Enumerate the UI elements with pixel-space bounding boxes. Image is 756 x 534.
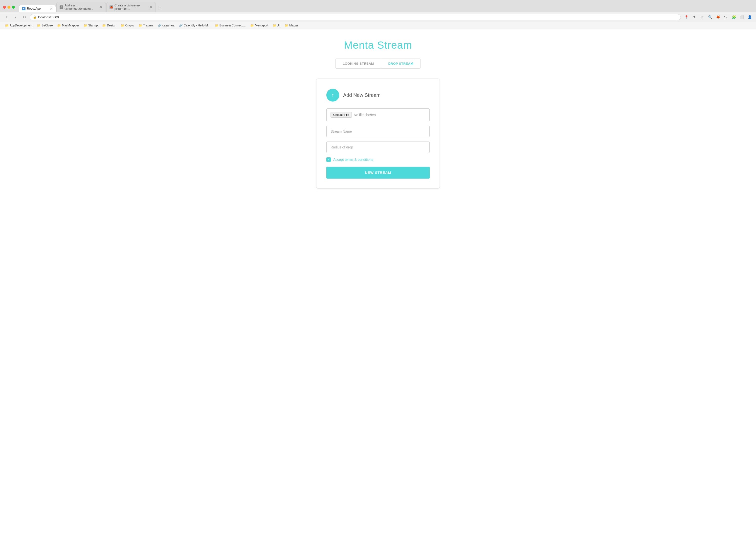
checkbox-label[interactable]: Accept terms & conditions bbox=[333, 158, 373, 162]
upload-icon: ↑ bbox=[332, 92, 334, 98]
tab-favicon-react: R bbox=[22, 7, 25, 11]
bookmark-businessconnecti[interactable]: 📁 BusinessConnecti... bbox=[213, 23, 248, 28]
browser-tab-picture[interactable]: 🍎 Create a picture-in-picture eff... ✕ bbox=[106, 2, 156, 12]
form-header: ↑ Add New Stream bbox=[326, 89, 430, 102]
browser-toolbar: ‹ › ↻ 🔒 localhost:3000 📍 ⬆ ☆ 🔍 🦊 🛡 🧩 ⬜ 👤 bbox=[0, 12, 756, 22]
lock-icon: 🔒 bbox=[33, 15, 37, 19]
bookmark-label-beclose: BeClose bbox=[41, 24, 53, 27]
tab-favicon-address: A bbox=[60, 6, 63, 9]
bookmark-label-calendly: Calendly - Hello M... bbox=[184, 24, 210, 27]
form-title: Add New Stream bbox=[343, 92, 381, 98]
bookmark-mentaport[interactable]: 📁 Mentaport bbox=[248, 23, 270, 28]
tab-label-react: React App bbox=[27, 7, 40, 11]
bookmark-trauma[interactable]: 📁 Trauma bbox=[136, 23, 155, 28]
tab-switcher: LOOKING STREAM DROP STREAM bbox=[0, 59, 756, 69]
tab-drop-stream[interactable]: DROP STREAM bbox=[381, 59, 420, 68]
checkbox-check-icon: ✓ bbox=[327, 158, 330, 161]
link-icon-calendly: 🔗 bbox=[179, 24, 183, 27]
close-traffic-light[interactable] bbox=[3, 6, 6, 9]
forward-button[interactable]: › bbox=[12, 13, 19, 20]
address-bar[interactable]: 🔒 localhost:3000 bbox=[30, 14, 681, 20]
bookmark-icon[interactable]: ☆ bbox=[699, 13, 706, 20]
bookmark-beclose[interactable]: 📁 BeClose bbox=[35, 23, 55, 28]
page-title: Menta Stream bbox=[0, 29, 756, 59]
bookmark-appdevelopment[interactable]: 📁 AppDevelopment bbox=[3, 23, 34, 28]
bookmark-label-maskmapper: MaskMapper bbox=[62, 24, 79, 27]
folder-icon-design: 📁 bbox=[102, 24, 106, 27]
tab-label-address: Address 0xaf9866339bfd75c... bbox=[65, 4, 98, 11]
new-tab-button[interactable]: + bbox=[156, 4, 164, 12]
folder-icon-beclose: 📁 bbox=[37, 24, 40, 27]
folder-icon-ai: 📁 bbox=[273, 24, 276, 27]
bookmark-label-design: Design bbox=[107, 24, 116, 27]
extension-icon4[interactable]: 🧩 bbox=[730, 13, 737, 20]
folder-icon-maskmapper: 📁 bbox=[57, 24, 61, 27]
upload-icon-circle: ↑ bbox=[326, 89, 339, 102]
sidebar-icon[interactable]: ⬜ bbox=[738, 13, 745, 20]
bookmark-label-ai: AI bbox=[277, 24, 280, 27]
tab-favicon-picture: 🍎 bbox=[110, 6, 113, 9]
folder-icon-appdevelopment: 📁 bbox=[5, 24, 9, 27]
tab-close-picture[interactable]: ✕ bbox=[149, 5, 152, 9]
browser-tab-address[interactable]: A Address 0xaf9866339bfd75c... ✕ bbox=[56, 2, 106, 12]
folder-icon-mapas: 📁 bbox=[284, 24, 288, 27]
bookmark-label-casahoa: casa hoa bbox=[162, 24, 175, 27]
bookmark-startup[interactable]: 📁 Startup bbox=[82, 23, 100, 28]
extension-icon2[interactable]: 🦊 bbox=[715, 13, 721, 20]
stream-name-group bbox=[326, 126, 430, 137]
form-card: ↑ Add New Stream Choose File No file cho… bbox=[316, 79, 440, 189]
folder-icon-startup: 📁 bbox=[84, 24, 87, 27]
bookmark-label-trauma: Trauma bbox=[143, 24, 153, 27]
reload-button[interactable]: ↻ bbox=[21, 13, 28, 20]
tab-label-picture: Create a picture-in-picture eff... bbox=[115, 4, 148, 11]
extension-icon1[interactable]: 🔍 bbox=[707, 13, 714, 20]
extension-icon3[interactable]: 🛡 bbox=[722, 13, 729, 20]
tab-close-react[interactable]: ✕ bbox=[50, 7, 53, 11]
link-icon-casahoa: 🔗 bbox=[158, 24, 161, 27]
no-file-text: No file chosen bbox=[354, 113, 376, 117]
terms-checkbox[interactable]: ✓ bbox=[326, 157, 331, 162]
bookmark-label-businessconnecti: BusinessConnecti... bbox=[220, 24, 246, 27]
radius-input[interactable] bbox=[326, 141, 430, 153]
maximize-traffic-light[interactable] bbox=[12, 6, 15, 9]
bookmark-label-appdevelopment: AppDevelopment bbox=[10, 24, 32, 27]
share-icon[interactable]: ⬆ bbox=[691, 13, 698, 20]
folder-icon-businessconnecti: 📁 bbox=[215, 24, 219, 27]
bookmark-calendly[interactable]: 🔗 Calendly - Hello M... bbox=[177, 23, 212, 28]
bookmark-casahoa[interactable]: 🔗 casa hoa bbox=[156, 23, 176, 28]
radius-group bbox=[326, 141, 430, 153]
tab-looking-stream[interactable]: LOOKING STREAM bbox=[336, 59, 381, 68]
folder-icon-crypto: 📁 bbox=[121, 24, 124, 27]
stream-name-input[interactable] bbox=[326, 126, 430, 137]
address-text: localhost:3000 bbox=[38, 15, 59, 19]
bookmark-label-mapas: Mapas bbox=[289, 24, 298, 27]
browser-chrome: R React App ✕ A Address 0xaf9866339bfd75… bbox=[0, 0, 756, 29]
browser-title-bar: R React App ✕ A Address 0xaf9866339bfd75… bbox=[0, 0, 756, 12]
folder-icon-trauma: 📁 bbox=[138, 24, 142, 27]
bookmark-design[interactable]: 📁 Design bbox=[100, 23, 118, 28]
bookmarks-bar: 📁 AppDevelopment 📁 BeClose 📁 MaskMapper … bbox=[0, 22, 756, 29]
tab-switcher-container: LOOKING STREAM DROP STREAM bbox=[336, 59, 420, 69]
tab-close-address[interactable]: ✕ bbox=[100, 5, 103, 9]
minimize-traffic-light[interactable] bbox=[8, 6, 11, 9]
folder-icon-mentaport: 📁 bbox=[250, 24, 254, 27]
tabs-bar: R React App ✕ A Address 0xaf9866339bfd75… bbox=[19, 2, 747, 12]
bookmark-ai[interactable]: 📁 AI bbox=[271, 23, 282, 28]
checkbox-row: ✓ Accept terms & conditions bbox=[326, 157, 430, 162]
choose-file-button[interactable]: Choose File bbox=[331, 112, 352, 117]
app-content: Menta Stream LOOKING STREAM DROP STREAM … bbox=[0, 29, 756, 534]
file-input-group: Choose File No file chosen bbox=[326, 109, 430, 121]
location-icon[interactable]: 📍 bbox=[683, 13, 690, 20]
bookmark-mapas[interactable]: 📁 Mapas bbox=[283, 23, 300, 28]
bookmark-crypto[interactable]: 📁 Crypto bbox=[119, 23, 136, 28]
bookmark-label-crypto: Crypto bbox=[125, 24, 134, 27]
back-button[interactable]: ‹ bbox=[3, 13, 10, 20]
toolbar-icons: 📍 ⬆ ☆ 🔍 🦊 🛡 🧩 ⬜ 👤 bbox=[683, 13, 753, 20]
file-input-wrapper[interactable]: Choose File No file chosen bbox=[326, 109, 430, 121]
bookmark-label-startup: Startup bbox=[88, 24, 98, 27]
submit-button[interactable]: NEW STREAM bbox=[326, 167, 430, 179]
browser-tab-react-app[interactable]: R React App ✕ bbox=[19, 5, 56, 12]
profile-icon[interactable]: 👤 bbox=[746, 13, 753, 20]
bookmark-maskmapper[interactable]: 📁 MaskMapper bbox=[55, 23, 81, 28]
traffic-lights bbox=[3, 6, 15, 9]
